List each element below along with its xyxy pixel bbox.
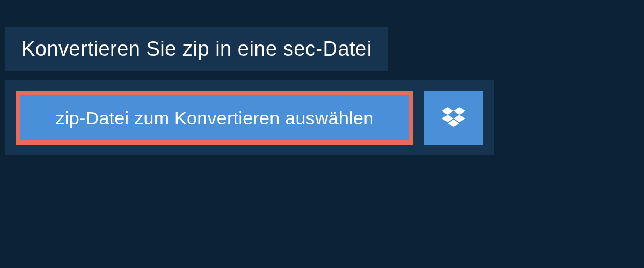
- dropbox-icon: [442, 107, 465, 129]
- title-text: Konvertieren Sie zip in eine sec-Datei: [21, 38, 372, 60]
- dropbox-button[interactable]: [424, 91, 483, 145]
- upload-panel: zip-Datei zum Konvertieren auswählen: [5, 80, 494, 155]
- select-file-button[interactable]: zip-Datei zum Konvertieren auswählen: [16, 91, 413, 145]
- select-file-label: zip-Datei zum Konvertieren auswählen: [56, 108, 374, 129]
- main-container: Konvertieren Sie zip in eine sec-Datei z…: [0, 0, 644, 268]
- page-title: Konvertieren Sie zip in eine sec-Datei: [5, 27, 388, 71]
